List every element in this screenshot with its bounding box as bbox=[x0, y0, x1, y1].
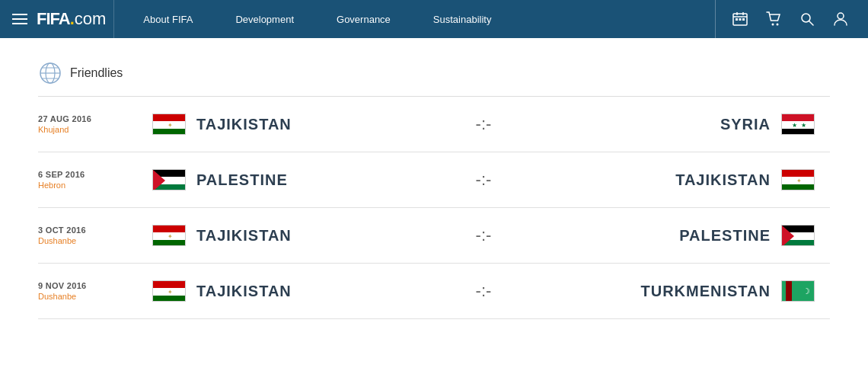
flag-pal bbox=[152, 169, 186, 190]
section-title: Friendlies bbox=[70, 66, 123, 80]
match-row[interactable]: 9 NOV 2016Dushanbe✦TAJIKISTAN-:-TURKMENI… bbox=[38, 264, 830, 319]
navbar-right-divider bbox=[715, 0, 716, 38]
flag-taj: ✦ bbox=[152, 280, 186, 302]
match-teams: ✦TAJIKISTAN-:-SYRIA★★ bbox=[137, 114, 830, 135]
away-team-name: TURKMENISTAN bbox=[640, 283, 771, 300]
navbar-left: FIFA.com bbox=[12, 9, 106, 29]
match-score: -:- bbox=[453, 281, 514, 301]
section-header: Friendlies bbox=[38, 53, 830, 97]
search-icon[interactable] bbox=[792, 0, 822, 38]
nav-item-sustainability[interactable]: Sustainability bbox=[412, 0, 513, 38]
match-teams: PALESTINE-:-TAJIKISTAN✦ bbox=[137, 169, 830, 190]
logo-com-text: com bbox=[75, 9, 107, 29]
match-date-col: 3 OCT 2016Dushanbe bbox=[38, 225, 137, 245]
match-date: 9 NOV 2016 bbox=[38, 281, 137, 290]
away-team-name: SYRIA bbox=[720, 116, 771, 133]
match-date: 6 SEP 2016 bbox=[38, 170, 137, 179]
flag-syr: ★★ bbox=[781, 114, 815, 135]
match-city: Dushanbe bbox=[38, 236, 137, 245]
team-home: PALESTINE bbox=[152, 169, 453, 190]
svg-rect-32 bbox=[782, 184, 815, 190]
svg-rect-4 bbox=[736, 18, 738, 21]
match-teams: ✦TAJIKISTAN-:-TURKMENISTAN☽ bbox=[137, 280, 830, 302]
flag-tkm: ☽ bbox=[781, 280, 815, 302]
navbar-nav: About FIFA Development Governance Sustai… bbox=[122, 0, 715, 38]
match-score: -:- bbox=[453, 170, 514, 190]
cart-icon[interactable] bbox=[758, 0, 789, 38]
logo-fifa-text: FIFA bbox=[37, 9, 70, 29]
svg-text:✦: ✦ bbox=[168, 233, 173, 240]
match-date-col: 9 NOV 2016Dushanbe bbox=[38, 281, 137, 301]
team-away: TAJIKISTAN✦ bbox=[514, 169, 815, 190]
home-team-name: TAJIKISTAN bbox=[196, 283, 292, 300]
user-icon[interactable] bbox=[825, 0, 856, 38]
match-date: 3 OCT 2016 bbox=[38, 225, 137, 235]
match-score: -:- bbox=[453, 114, 514, 134]
svg-rect-19 bbox=[153, 129, 186, 135]
svg-rect-5 bbox=[739, 18, 742, 21]
svg-point-11 bbox=[838, 13, 844, 19]
match-row[interactable]: 6 SEP 2016HebronPALESTINE-:-TAJIKISTAN✦ bbox=[38, 152, 830, 208]
team-home: ✦TAJIKISTAN bbox=[152, 114, 453, 135]
nav-item-development[interactable]: Development bbox=[214, 0, 315, 38]
svg-text:☽: ☽ bbox=[803, 286, 810, 296]
team-home: ✦TAJIKISTAN bbox=[152, 280, 453, 302]
logo[interactable]: FIFA.com bbox=[37, 9, 106, 29]
match-city: Dushanbe bbox=[38, 292, 137, 301]
svg-rect-22 bbox=[782, 121, 815, 129]
globe-icon bbox=[38, 61, 62, 85]
flag-pal bbox=[781, 225, 815, 246]
svg-rect-34 bbox=[153, 225, 186, 232]
team-home: ✦TAJIKISTAN bbox=[152, 225, 453, 246]
match-row[interactable]: 27 AUG 2016Khujand✦TAJIKISTAN-:-SYRIA★★ bbox=[38, 97, 830, 152]
svg-text:★: ★ bbox=[801, 122, 806, 129]
match-row[interactable]: 3 OCT 2016Dushanbe✦TAJIKISTAN-:-PALESTIN… bbox=[38, 208, 830, 264]
svg-text:✦: ✦ bbox=[168, 289, 173, 296]
navbar: FIFA.com About FIFA Development Governan… bbox=[0, 0, 868, 38]
svg-text:✦: ✦ bbox=[796, 178, 802, 184]
team-away: SYRIA★★ bbox=[514, 114, 815, 135]
team-away: PALESTINE bbox=[514, 225, 815, 246]
match-city: Khujand bbox=[38, 125, 137, 134]
match-date: 27 AUG 2016 bbox=[38, 114, 137, 123]
match-teams: ✦TAJIKISTAN-:-PALESTINE bbox=[137, 225, 830, 246]
home-team-name: TAJIKISTAN bbox=[196, 227, 292, 245]
svg-rect-23 bbox=[782, 129, 815, 135]
home-team-name: TAJIKISTAN bbox=[196, 116, 292, 133]
navbar-right bbox=[715, 0, 856, 38]
svg-rect-30 bbox=[782, 170, 815, 177]
svg-rect-17 bbox=[153, 114, 186, 121]
svg-text:★: ★ bbox=[792, 122, 797, 129]
match-date-col: 27 AUG 2016Khujand bbox=[38, 114, 137, 134]
svg-point-8 bbox=[777, 24, 779, 26]
home-team-name: PALESTINE bbox=[196, 171, 288, 189]
flag-taj: ✦ bbox=[781, 169, 815, 190]
svg-rect-44 bbox=[153, 296, 186, 302]
svg-point-7 bbox=[772, 24, 774, 26]
svg-rect-21 bbox=[782, 114, 815, 121]
svg-rect-36 bbox=[153, 240, 186, 246]
match-city: Hebron bbox=[38, 181, 137, 190]
svg-rect-47 bbox=[786, 281, 792, 302]
matches-container: 27 AUG 2016Khujand✦TAJIKISTAN-:-SYRIA★★6… bbox=[38, 97, 830, 319]
match-score: -:- bbox=[453, 225, 514, 245]
calendar-icon[interactable] bbox=[725, 0, 755, 38]
main-content: Friendlies 27 AUG 2016Khujand✦TAJIKISTAN… bbox=[0, 38, 868, 334]
flag-taj: ✦ bbox=[152, 225, 186, 246]
team-away: TURKMENISTAN☽ bbox=[514, 280, 815, 302]
nav-item-about[interactable]: About FIFA bbox=[122, 0, 214, 38]
match-date-col: 6 SEP 2016Hebron bbox=[38, 170, 137, 190]
away-team-name: PALESTINE bbox=[679, 227, 771, 245]
flag-taj: ✦ bbox=[152, 114, 186, 135]
svg-rect-42 bbox=[153, 281, 186, 288]
away-team-name: TAJIKISTAN bbox=[675, 171, 771, 189]
nav-item-governance[interactable]: Governance bbox=[315, 0, 412, 38]
navbar-divider bbox=[113, 0, 114, 38]
svg-rect-6 bbox=[742, 18, 745, 21]
svg-text:✦: ✦ bbox=[168, 122, 173, 129]
hamburger-menu-icon[interactable] bbox=[12, 14, 27, 24]
svg-line-10 bbox=[809, 21, 814, 26]
